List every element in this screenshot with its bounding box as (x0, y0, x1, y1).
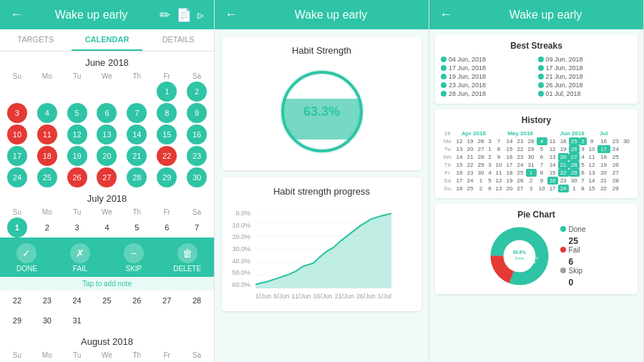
tab-details[interactable]: DETAILS (142, 29, 214, 51)
pie-container: 80.6% Done 19.4% Fail Done 25 Fail (441, 224, 632, 288)
cal-day[interactable]: 28 (127, 167, 147, 187)
cal-day[interactable]: 3 (67, 217, 87, 238)
edit-icon[interactable]: ✏ (157, 4, 173, 26)
cal-day[interactable]: 2 (187, 82, 207, 102)
streak-col-1: 04 Jun, 2018 17 Jun, 2018 19 Jun, 2018 2… (441, 55, 535, 98)
cal-day[interactable]: 2 (37, 217, 57, 238)
pie-chart-title: Pie Chart (441, 210, 632, 220)
tab-calendar[interactable]: CALENDAR (72, 29, 143, 51)
history-table: 18 Apr 2018 May 2018 Jun 2018 Jul Mo 121… (441, 129, 632, 192)
pie-chart-card: Pie Chart 80.6% (435, 204, 638, 294)
progress-chart-title: Habit strength progress (230, 186, 413, 197)
cal-day[interactable]: 22 (157, 146, 177, 166)
cal-day[interactable]: 8 (157, 103, 177, 123)
habit-strength-title: Habit Strength (230, 45, 413, 56)
history-row-fr: Fr 162330 4111825 18152229 6132027 (441, 169, 632, 177)
cal-day[interactable]: 29 (157, 167, 177, 187)
cal-day[interactable]: 7 (127, 103, 147, 123)
cal-day[interactable]: 16 (187, 124, 207, 145)
chart-container: 60.0% 50.0% 40.0% 30.0% 20.0% 10.0% 0.0% (230, 202, 413, 303)
cal-day[interactable] (127, 82, 147, 102)
svg-text:80.6%: 80.6% (513, 250, 526, 255)
cal-day[interactable]: 15 (157, 124, 177, 145)
back-icon[interactable]: ← (7, 4, 26, 25)
cal-day[interactable]: 12 (67, 124, 87, 145)
history-scroll[interactable]: 18 Apr 2018 May 2018 Jun 2018 Jul Mo 121… (441, 129, 632, 192)
tap-note[interactable]: Tap to add note (0, 277, 214, 290)
cal-day[interactable]: 1 (7, 217, 27, 238)
cal-day[interactable]: 30 (187, 167, 207, 187)
cal-day[interactable]: 14 (127, 124, 147, 145)
cal-day[interactable] (67, 82, 87, 102)
july-grid-row2: 22 23 24 25 26 27 28 (0, 290, 214, 310)
pie-svg: 80.6% Done 19.4% Fail (487, 224, 552, 288)
tab-targets[interactable]: TARGETS (0, 29, 72, 51)
details-content: Best Streaks 04 Jun, 2018 17 Jun, 2018 1… (429, 29, 643, 362)
cal-day[interactable] (97, 82, 117, 102)
history-row-mo: Mo 121926 37142128 4111825 29162330 (441, 137, 632, 145)
cal-day[interactable]: 27 (97, 167, 117, 187)
streak-col-2: 09 Jun, 2018 17 Jun, 2018 21 Jun, 2018 2… (538, 55, 633, 98)
svg-marker-12 (255, 214, 391, 289)
cal-day[interactable]: 18 (37, 146, 57, 166)
fail-button[interactable]: ✗ FAIL (54, 240, 107, 275)
cal-day[interactable]: 13 (97, 124, 117, 145)
cal-day[interactable]: 10 (7, 124, 27, 145)
progress-chart-svg (255, 210, 391, 288)
habit-strength-card: Habit Strength 6 (222, 36, 421, 170)
cal-day[interactable]: 5 (127, 217, 147, 238)
july-grid-row3: 29 30 31 (0, 310, 214, 331)
streaks-grid: 04 Jun, 2018 17 Jun, 2018 19 Jun, 2018 2… (441, 55, 632, 98)
tab-bar: TARGETS CALENDAR DETAILS (0, 29, 214, 52)
july-dow-row: Su Mo Tu We Th Fr Sa (0, 207, 214, 217)
cal-day[interactable]: 6 (97, 103, 117, 123)
cal-day[interactable]: 7 (187, 217, 207, 238)
cal-day[interactable]: 4 (97, 217, 117, 238)
header-calendar: ← Wake up early ✏ 📄 ▹ (0, 0, 214, 29)
august-dow-row: Su Mo Tu We Th Fr Sa (0, 350, 214, 361)
chart-y-labels: 60.0% 50.0% 40.0% 30.0% 20.0% 10.0% 0.0% (230, 210, 253, 288)
cal-day[interactable]: 23 (187, 146, 207, 166)
cal-day[interactable]: 21 (127, 146, 147, 166)
streak-dot (538, 57, 544, 62)
panel-stats: ← Wake up early Habit Strength (215, 0, 429, 362)
cal-day[interactable]: 6 (157, 217, 177, 238)
june-dow-row: Su Mo Tu We Th Fr Sa (0, 71, 214, 82)
cal-day[interactable] (37, 82, 57, 102)
cal-day[interactable]: 11 (37, 124, 57, 145)
cal-day[interactable]: 3 (7, 103, 27, 123)
cal-day[interactable]: 25 (37, 167, 57, 187)
fail-icon: ✗ (70, 243, 90, 263)
cal-day[interactable]: 5 (67, 103, 87, 123)
cal-day[interactable] (7, 82, 27, 102)
gauge-value: 63.3% (303, 104, 340, 119)
delete-button[interactable]: 🗑 DELETE (160, 240, 214, 275)
gauge-container: 63.3% (230, 62, 413, 162)
cal-day[interactable]: 4 (37, 103, 57, 123)
cal-day[interactable]: 9 (187, 103, 207, 123)
chart-x-labels: 1/Jun 6/Jun 11/Jun 16/Jun 21/Jun 26/Jun … (255, 293, 391, 300)
back-icon-2[interactable]: ← (222, 4, 240, 25)
done-button[interactable]: ✓ DONE (0, 240, 54, 275)
cal-day[interactable]: 19 (67, 146, 87, 166)
cal-day[interactable]: 1 (157, 82, 177, 102)
cal-day[interactable]: 26 (67, 167, 87, 187)
best-streaks-card: Best Streaks 04 Jun, 2018 17 Jun, 2018 1… (435, 35, 638, 104)
calendar-content: June 2018 Su Mo Tu We Th Fr Sa 123456789… (0, 52, 214, 362)
skip-button[interactable]: − SKIP (107, 240, 161, 275)
history-row-su: Su 1825 26132027 3101724 18152229 (441, 185, 632, 192)
history-row-we: We 142128 29162330 6132027 4111825 (441, 153, 632, 161)
june-grid: 1234567891011121314151617181920212223242… (0, 82, 214, 187)
month-title-august: August 2018 (0, 331, 214, 350)
chart-icon[interactable]: ▹ (195, 4, 207, 26)
panel2-title: Wake up early (240, 9, 421, 21)
cal-day[interactable]: 17 (7, 146, 27, 166)
month-title-june: June 2018 (0, 52, 214, 71)
cal-day[interactable]: 24 (7, 167, 27, 187)
panel1-title: Wake up early (26, 9, 157, 21)
back-icon-3[interactable]: ← (436, 4, 455, 25)
cal-day[interactable]: 20 (97, 146, 117, 166)
history-row-tu: Tu 132027 18152229 5121926 3101724 (441, 145, 632, 153)
doc-icon[interactable]: 📄 (173, 4, 195, 26)
month-title-july: July 2018 (0, 187, 214, 207)
